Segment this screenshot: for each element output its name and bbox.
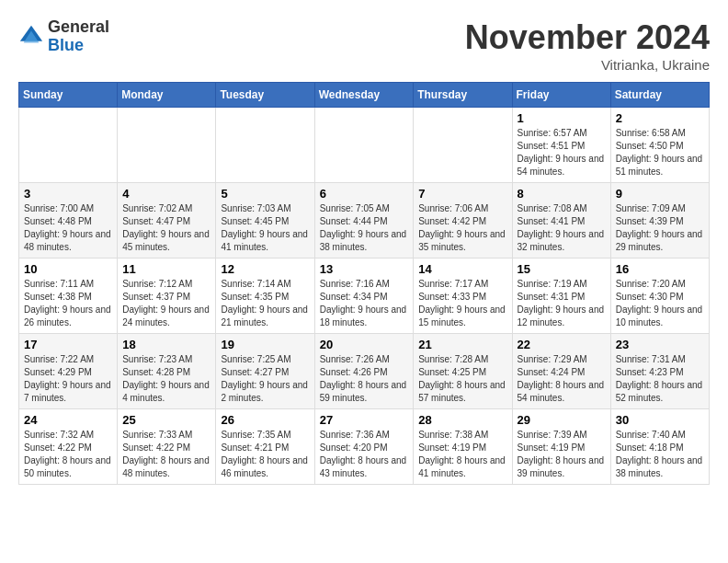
day-info: Sunrise: 7:03 AMSunset: 4:45 PMDaylight:… xyxy=(221,202,309,254)
calendar-cell: 29Sunrise: 7:39 AMSunset: 4:19 PMDayligh… xyxy=(512,409,610,485)
day-info: Sunrise: 7:00 AMSunset: 4:48 PMDaylight:… xyxy=(24,202,112,254)
day-number: 14 xyxy=(418,262,506,276)
calendar-cell: 14Sunrise: 7:17 AMSunset: 4:33 PMDayligh… xyxy=(414,259,512,334)
day-info: Sunrise: 7:39 AMSunset: 4:19 PMDaylight:… xyxy=(518,429,606,480)
calendar-cell: 6Sunrise: 7:05 AMSunset: 4:44 PMDaylight… xyxy=(314,183,414,259)
day-info: Sunrise: 7:29 AMSunset: 4:24 PMDaylight:… xyxy=(518,353,606,405)
title-area: November 2024 Vitrianka, Ukraine xyxy=(465,18,710,73)
calendar-week-3: 10Sunrise: 7:11 AMSunset: 4:38 PMDayligh… xyxy=(19,259,710,334)
day-number: 11 xyxy=(122,262,210,276)
calendar-cell: 12Sunrise: 7:14 AMSunset: 4:35 PMDayligh… xyxy=(216,259,314,334)
calendar-cell xyxy=(19,108,118,183)
calendar-cell: 16Sunrise: 7:20 AMSunset: 4:30 PMDayligh… xyxy=(610,259,709,334)
day-info: Sunrise: 7:25 AMSunset: 4:27 PMDaylight:… xyxy=(221,353,309,405)
day-number: 22 xyxy=(518,338,606,351)
calendar-cell: 27Sunrise: 7:36 AMSunset: 4:20 PMDayligh… xyxy=(314,409,414,485)
day-number: 16 xyxy=(616,262,704,276)
day-number: 10 xyxy=(24,262,112,276)
day-number: 18 xyxy=(122,338,210,351)
day-number: 7 xyxy=(418,187,506,201)
day-info: Sunrise: 7:16 AMSunset: 4:34 PMDaylight:… xyxy=(320,278,409,329)
day-info: Sunrise: 7:28 AMSunset: 4:25 PMDaylight:… xyxy=(418,353,506,405)
day-info: Sunrise: 7:23 AMSunset: 4:28 PMDaylight:… xyxy=(122,353,210,405)
day-header-sunday: Sunday xyxy=(19,83,118,108)
day-info: Sunrise: 7:02 AMSunset: 4:47 PMDaylight:… xyxy=(122,202,210,254)
month-title: November 2024 xyxy=(465,18,710,57)
calendar-cell xyxy=(118,108,216,183)
calendar-week-4: 17Sunrise: 7:22 AMSunset: 4:29 PMDayligh… xyxy=(19,334,710,409)
day-number: 20 xyxy=(320,338,409,351)
day-info: Sunrise: 7:08 AMSunset: 4:41 PMDaylight:… xyxy=(518,202,606,254)
calendar-table: SundayMondayTuesdayWednesdayThursdayFrid… xyxy=(18,82,710,485)
day-number: 19 xyxy=(221,338,309,351)
day-header-thursday: Thursday xyxy=(414,83,512,108)
calendar-cell: 15Sunrise: 7:19 AMSunset: 4:31 PMDayligh… xyxy=(512,259,610,334)
day-info: Sunrise: 6:58 AMSunset: 4:50 PMDaylight:… xyxy=(616,127,704,178)
calendar-cell: 30Sunrise: 7:40 AMSunset: 4:18 PMDayligh… xyxy=(610,409,709,485)
calendar-cell: 25Sunrise: 7:33 AMSunset: 4:22 PMDayligh… xyxy=(118,409,216,485)
day-info: Sunrise: 7:40 AMSunset: 4:18 PMDaylight:… xyxy=(616,429,704,480)
day-info: Sunrise: 6:57 AMSunset: 4:51 PMDaylight:… xyxy=(518,127,606,178)
calendar-cell: 21Sunrise: 7:28 AMSunset: 4:25 PMDayligh… xyxy=(414,334,512,409)
calendar-week-2: 3Sunrise: 7:00 AMSunset: 4:48 PMDaylight… xyxy=(19,183,710,259)
day-info: Sunrise: 7:31 AMSunset: 4:23 PMDaylight:… xyxy=(616,353,704,405)
day-info: Sunrise: 7:11 AMSunset: 4:38 PMDaylight:… xyxy=(24,278,112,329)
day-number: 17 xyxy=(24,338,112,351)
logo: General Blue xyxy=(18,18,109,55)
calendar-cell: 5Sunrise: 7:03 AMSunset: 4:45 PMDaylight… xyxy=(216,183,314,259)
day-number: 23 xyxy=(616,338,704,351)
day-info: Sunrise: 7:35 AMSunset: 4:21 PMDaylight:… xyxy=(221,429,309,480)
logo-general: General xyxy=(48,18,109,37)
day-number: 12 xyxy=(221,262,309,276)
calendar-cell xyxy=(314,108,414,183)
day-number: 2 xyxy=(616,111,704,125)
calendar-cell: 4Sunrise: 7:02 AMSunset: 4:47 PMDaylight… xyxy=(118,183,216,259)
day-header-tuesday: Tuesday xyxy=(216,83,314,108)
day-info: Sunrise: 7:17 AMSunset: 4:33 PMDaylight:… xyxy=(418,278,506,329)
day-number: 24 xyxy=(24,413,112,427)
day-info: Sunrise: 7:32 AMSunset: 4:22 PMDaylight:… xyxy=(24,429,112,480)
day-number: 26 xyxy=(221,413,309,427)
day-number: 28 xyxy=(418,413,506,427)
calendar-cell: 23Sunrise: 7:31 AMSunset: 4:23 PMDayligh… xyxy=(610,334,709,409)
day-number: 27 xyxy=(320,413,409,427)
day-number: 6 xyxy=(320,187,409,201)
calendar-week-1: 1Sunrise: 6:57 AMSunset: 4:51 PMDaylight… xyxy=(19,108,710,183)
day-info: Sunrise: 7:38 AMSunset: 4:19 PMDaylight:… xyxy=(418,429,506,480)
calendar-cell xyxy=(414,108,512,183)
calendar-cell: 10Sunrise: 7:11 AMSunset: 4:38 PMDayligh… xyxy=(19,259,118,334)
calendar-cell: 28Sunrise: 7:38 AMSunset: 4:19 PMDayligh… xyxy=(414,409,512,485)
day-info: Sunrise: 7:33 AMSunset: 4:22 PMDaylight:… xyxy=(122,429,210,480)
calendar-cell: 22Sunrise: 7:29 AMSunset: 4:24 PMDayligh… xyxy=(512,334,610,409)
day-info: Sunrise: 7:22 AMSunset: 4:29 PMDaylight:… xyxy=(24,353,112,405)
calendar-cell: 8Sunrise: 7:08 AMSunset: 4:41 PMDaylight… xyxy=(512,183,610,259)
page-header: General Blue November 2024 Vitrianka, Uk… xyxy=(18,18,710,73)
day-number: 30 xyxy=(616,413,704,427)
day-info: Sunrise: 7:36 AMSunset: 4:20 PMDaylight:… xyxy=(320,429,409,480)
day-header-monday: Monday xyxy=(118,83,216,108)
calendar-cell: 19Sunrise: 7:25 AMSunset: 4:27 PMDayligh… xyxy=(216,334,314,409)
day-header-saturday: Saturday xyxy=(610,83,709,108)
calendar-cell: 1Sunrise: 6:57 AMSunset: 4:51 PMDaylight… xyxy=(512,108,610,183)
day-number: 25 xyxy=(122,413,210,427)
day-header-wednesday: Wednesday xyxy=(314,83,414,108)
day-info: Sunrise: 7:19 AMSunset: 4:31 PMDaylight:… xyxy=(518,278,606,329)
logo-blue: Blue xyxy=(48,37,109,55)
calendar-cell: 7Sunrise: 7:06 AMSunset: 4:42 PMDaylight… xyxy=(414,183,512,259)
day-info: Sunrise: 7:09 AMSunset: 4:39 PMDaylight:… xyxy=(616,202,704,254)
calendar-header-row: SundayMondayTuesdayWednesdayThursdayFrid… xyxy=(19,83,710,108)
location-subtitle: Vitrianka, Ukraine xyxy=(465,57,710,73)
day-number: 15 xyxy=(518,262,606,276)
day-number: 13 xyxy=(320,262,409,276)
day-number: 21 xyxy=(418,338,506,351)
day-header-friday: Friday xyxy=(512,83,610,108)
calendar-cell xyxy=(216,108,314,183)
day-number: 5 xyxy=(221,187,309,201)
calendar-cell: 9Sunrise: 7:09 AMSunset: 4:39 PMDaylight… xyxy=(610,183,709,259)
calendar-cell: 20Sunrise: 7:26 AMSunset: 4:26 PMDayligh… xyxy=(314,334,414,409)
day-info: Sunrise: 7:05 AMSunset: 4:44 PMDaylight:… xyxy=(320,202,409,254)
day-number: 1 xyxy=(518,111,606,125)
day-info: Sunrise: 7:06 AMSunset: 4:42 PMDaylight:… xyxy=(418,202,506,254)
day-number: 9 xyxy=(616,187,704,201)
day-info: Sunrise: 7:20 AMSunset: 4:30 PMDaylight:… xyxy=(616,278,704,329)
